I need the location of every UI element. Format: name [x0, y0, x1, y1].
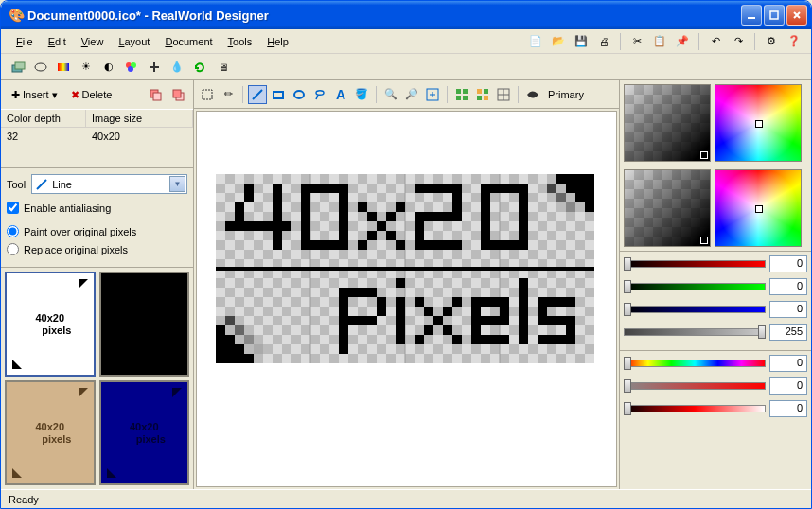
- svg-rect-3: [15, 62, 25, 69]
- copy-icon[interactable]: 📋: [650, 32, 669, 51]
- svg-rect-68: [566, 202, 575, 212]
- redo-icon[interactable]: ↷: [729, 32, 748, 51]
- svg-rect-43: [339, 184, 348, 250]
- svg-rect-99: [538, 307, 547, 316]
- replace-label: Replace original pixels: [24, 244, 128, 255]
- blur-icon[interactable]: 💧: [168, 58, 186, 77]
- contrast-icon[interactable]: ◐: [99, 58, 118, 77]
- svg-rect-63: [566, 184, 594, 193]
- dropdown-arrow-icon[interactable]: ▼: [169, 176, 185, 192]
- fill-tool-icon[interactable]: 🪣: [352, 85, 371, 104]
- svg-rect-80: [348, 316, 377, 325]
- svg-rect-12: [173, 90, 181, 97]
- menu-layout[interactable]: Layout: [111, 33, 157, 50]
- svg-rect-102: [538, 335, 575, 344]
- slider-green[interactable]: 0: [624, 278, 807, 295]
- menu-tools[interactable]: Tools: [221, 33, 260, 50]
- svg-rect-47: [386, 231, 396, 240]
- svg-rect-20: [463, 89, 468, 94]
- right-panel: 0 0 0 255 0 0: [619, 80, 811, 489]
- tool-select[interactable]: Line ▼: [31, 174, 187, 194]
- new-icon[interactable]: 📄: [526, 32, 545, 51]
- maximize-button[interactable]: [764, 5, 785, 26]
- col-depth[interactable]: Color depth: [1, 110, 86, 127]
- grid-c-icon[interactable]: [494, 85, 513, 104]
- hue-icon[interactable]: [122, 58, 141, 77]
- cut-icon[interactable]: ✂: [627, 32, 646, 51]
- slider-lum[interactable]: 0: [624, 400, 807, 417]
- menu-help[interactable]: Help: [259, 33, 296, 50]
- arrange-back-icon[interactable]: [168, 85, 187, 104]
- rect-tool-icon[interactable]: [269, 85, 288, 104]
- menu-document[interactable]: Document: [157, 33, 220, 50]
- antialias-checkbox[interactable]: [7, 202, 19, 214]
- menu-edit[interactable]: Edit: [41, 33, 74, 50]
- slider-sat[interactable]: 0: [624, 377, 807, 395]
- paint-over-radio[interactable]: [7, 225, 19, 237]
- hue-picker-1[interactable]: [715, 84, 802, 162]
- pencil-tool-icon[interactable]: ✏: [219, 85, 238, 104]
- gradient-icon[interactable]: [54, 58, 73, 77]
- insert-button[interactable]: ✚Insert ▾: [7, 86, 62, 104]
- col-size[interactable]: Image size: [86, 110, 193, 127]
- text-tool-icon[interactable]: A: [331, 85, 350, 104]
- select-tool-icon[interactable]: [198, 85, 217, 104]
- titlebar: 🎨 Document0000.ico* - RealWorld Designer: [1, 1, 811, 29]
- ellipse-tool-icon[interactable]: [290, 85, 309, 104]
- zoom-out-icon[interactable]: 🔍: [381, 85, 400, 104]
- fit-icon[interactable]: [423, 85, 442, 104]
- preview-white[interactable]: 40x20pixels: [5, 272, 96, 377]
- svg-rect-16: [274, 92, 283, 98]
- alpha-picker-2[interactable]: [624, 169, 711, 247]
- menu-file[interactable]: File: [9, 33, 41, 50]
- menu-view[interactable]: View: [74, 33, 112, 50]
- canvas-toolbar: ✏ A 🪣 🔍 🔎 Primary: [194, 80, 619, 109]
- menubar: File Edit View Layout Document Tools Hel…: [1, 29, 811, 54]
- refresh-icon[interactable]: [190, 58, 209, 77]
- svg-rect-36: [235, 202, 244, 212]
- svg-rect-48: [396, 240, 405, 250]
- arrange-front-icon[interactable]: [146, 85, 165, 104]
- svg-rect-49: [396, 202, 405, 212]
- line-tool-icon[interactable]: [248, 85, 267, 104]
- minimize-button[interactable]: [741, 5, 762, 26]
- slider-alpha[interactable]: 255: [624, 324, 807, 341]
- slider-red[interactable]: 0: [624, 255, 807, 272]
- svg-rect-82: [396, 297, 405, 344]
- replace-radio[interactable]: [7, 243, 19, 255]
- open-icon[interactable]: 📂: [549, 32, 568, 51]
- close-button[interactable]: [786, 5, 807, 26]
- help-icon[interactable]: ❓: [785, 32, 803, 51]
- paste-icon[interactable]: 📌: [673, 32, 692, 51]
- sharpen-icon[interactable]: [145, 58, 164, 77]
- svg-rect-76: [254, 344, 263, 354]
- hue-picker-2[interactable]: [715, 169, 802, 247]
- primary-color-icon[interactable]: [523, 85, 542, 104]
- svg-rect-51: [367, 231, 377, 240]
- slider-blue[interactable]: 0: [624, 301, 807, 318]
- svg-rect-86: [443, 325, 452, 335]
- window-title: Document0000.ico* - RealWorld Designer: [27, 9, 741, 23]
- brightness-icon[interactable]: ☀: [77, 58, 96, 77]
- preview-navy[interactable]: 40x20pixels: [99, 380, 190, 485]
- settings-icon[interactable]: ⚙: [762, 32, 781, 51]
- preview-tan[interactable]: 40x20pixels: [5, 380, 96, 485]
- lasso-tool-icon[interactable]: [310, 85, 329, 104]
- monitor-icon[interactable]: 🖥: [213, 58, 232, 77]
- canvas-viewport[interactable]: [196, 111, 617, 487]
- layers-icon[interactable]: [9, 58, 27, 77]
- grid-a-icon[interactable]: [452, 85, 471, 104]
- layer-row[interactable]: 32 40x20: [1, 128, 193, 145]
- undo-icon[interactable]: ↶: [706, 32, 725, 51]
- delete-button[interactable]: ✖Delete: [66, 86, 117, 104]
- ellipse-icon[interactable]: [31, 58, 50, 77]
- preview-black[interactable]: [99, 272, 190, 377]
- slider-hue[interactable]: 0: [624, 355, 807, 372]
- svg-rect-97: [519, 278, 528, 344]
- print-icon[interactable]: 🖨: [594, 32, 613, 51]
- save-icon[interactable]: 💾: [572, 32, 591, 51]
- alpha-picker-1[interactable]: [624, 84, 711, 162]
- grid-b-icon[interactable]: [473, 85, 492, 104]
- zoom-in-icon[interactable]: 🔎: [402, 85, 421, 104]
- svg-rect-75: [244, 335, 254, 344]
